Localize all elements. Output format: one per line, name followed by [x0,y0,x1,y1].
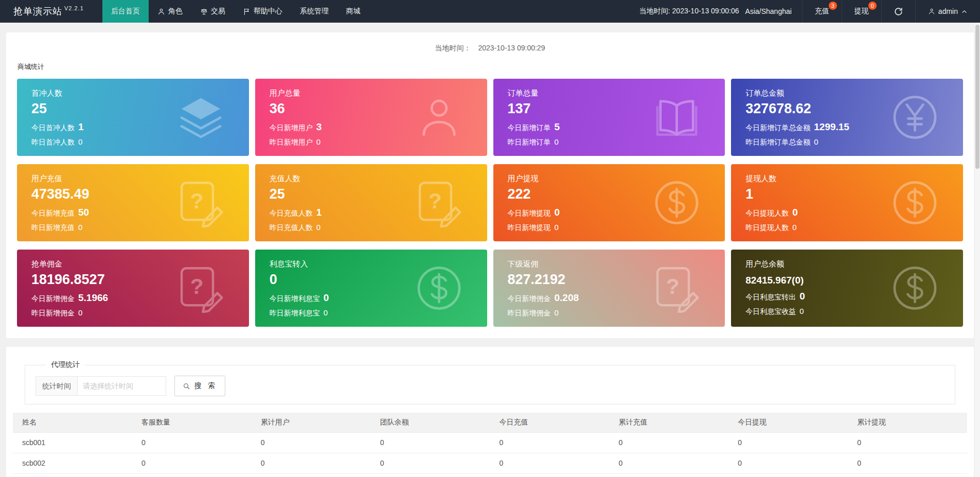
agent-stats-title: 代理统计 [46,360,85,369]
yen-icon [890,93,939,142]
dollar-icon [415,264,464,313]
card-today-value: 0 [555,207,560,218]
search-button[interactable]: 搜 索 [174,376,225,396]
stat-card-total-users: 用户总量36今日新增用户3昨日新增用户0 [255,79,487,156]
search-icon [183,382,190,390]
table-cell: 0 [848,453,967,473]
card-yesterday-value: 0 [555,223,559,232]
table-cell: 0 [252,453,371,473]
doc-icon: ? [414,178,464,227]
card-yesterday-value: 0 [78,137,82,146]
card-yesterday-label: 昨日新增订单 [508,138,551,147]
nav-item-system-management[interactable]: 系统管理 [291,0,337,23]
app-brand: 抢单演示站 V2.2.1 [0,0,91,23]
stat-time-label: 统计时间 [35,376,78,396]
card-yesterday-value: 0 [799,307,804,315]
nav-item-trade[interactable]: 交易 [191,0,234,23]
nav-right-tools: 当地时间: 2023-10-13 09:00:06 Asia/Shanghai … [629,0,980,23]
stat-card-total-orders: 订单总量137今日新增订单5昨日新增订单0 [493,79,725,156]
recharge-button[interactable]: 充值 3 [802,0,842,23]
stat-card-user-recharge: 用户充值47385.49今日新增充值50昨日新增充值0? [17,164,249,241]
card-today-value: 1 [78,121,84,133]
table-cell: 0 [848,473,967,477]
nav-item-help-center[interactable]: 帮助中心 [234,0,291,23]
card-yesterday-value: 0 [555,308,559,317]
book-icon [652,93,701,142]
svg-text:?: ? [666,274,680,298]
table-cell: 0 [609,432,728,453]
table-header-cell: 客服数量 [132,413,252,432]
card-today-label: 今日首冲人数 [31,123,75,133]
table-cell: 0 [490,453,610,473]
withdraw-label: 提现 [854,7,869,16]
stat-time-input[interactable] [78,376,166,396]
card-yesterday-value: 0 [78,308,82,317]
table-row: scb0020000000 [13,453,967,473]
stat-card-grab-commission: 抢单佣金18196.8527今日新增佣金5.1966昨日新增佣金0? [17,250,249,327]
table-cell: 0 [609,453,728,473]
table-cell: 0 [609,473,728,477]
nav-item-role[interactable]: 角色 [149,0,191,23]
table-cell: sc003 [13,473,132,477]
nav-item-mall[interactable]: 商城 [337,0,369,23]
mall-stats-title: 商城统计 [17,62,963,72]
table-cell: 0 [371,453,490,473]
app-version: V2.2.1 [64,5,84,11]
mall-stats-panel: 当地时间： 2023-10-13 09:00:29 商城统计 首冲人数25今日首… [6,32,974,338]
refresh-button[interactable] [881,0,915,23]
user-icon [928,8,935,15]
card-yesterday-value: 0 [78,223,82,232]
card-today-label: 今日提现人数 [745,209,789,218]
card-today-label: 今日新增利息宝 [270,294,320,304]
stat-card-recharge-users: 充值人数25今日充值人数1昨日充值人数0? [255,164,487,241]
card-yesterday-label: 昨日新增订单总金额 [745,138,810,147]
app-title: 抢单演示站 [13,5,62,17]
card-yesterday-value: 0 [792,223,796,232]
stats-grid: 首冲人数25今日首冲人数1昨日首冲人数0用户总量36今日新增用户3昨日新增用户0… [17,79,963,327]
svg-text:?: ? [190,189,203,213]
card-yesterday-label: 昨日新增利息宝 [270,309,320,318]
nav-item-label: 商城 [346,7,361,16]
nav-menu: 后台首页角色交易帮助中心系统管理商城 [102,0,369,23]
table-cell: 0 [848,432,967,453]
card-today-label: 今日新增佣金 [508,294,551,304]
withdraw-button[interactable]: 提现 0 [842,0,881,23]
user-menu[interactable]: admin [915,0,980,23]
table-header-cell: 姓名 [13,413,132,432]
person-icon [157,8,165,15]
card-yesterday-label: 今日利息宝收益 [745,307,796,316]
stat-card-subordinate-rebate: 下级返佣827.2192今日新增佣金0.208昨日新增佣金0? [493,250,725,327]
table-header-cell: 累计提现 [848,413,967,432]
doc-icon: ? [652,263,701,313]
local-time-value: 2023-10-13 09:00:06 [672,7,739,15]
card-yesterday-label: 昨日充值人数 [270,223,313,233]
search-button-label: 搜 索 [194,381,217,391]
local-time-label: 当地时间: [639,7,670,15]
scrollbar-thumb[interactable] [975,25,979,169]
table-row: sc0030000000 [13,473,967,477]
card-today-value: 5.1966 [78,292,108,304]
card-today-value: 0 [792,207,798,218]
navbar-local-time: 当地时间: 2023-10-13 09:00:06 Asia/Shanghai [629,0,802,23]
timezone-label: Asia/Shanghai [745,7,792,15]
card-today-label: 今日新增佣金 [31,294,75,304]
user-name: admin [938,7,958,15]
table-cell: 0 [728,473,848,477]
table-cell: 0 [371,432,490,453]
card-yesterday-label: 昨日新增提现 [508,223,551,233]
table-cell: 0 [371,473,490,477]
top-navbar: 抢单演示站 V2.2.1 后台首页角色交易帮助中心系统管理商城 当地时间: 20… [0,0,980,23]
stat-card-total-order-amount: 订单总金额327678.62今日新增订单总金额1299.15昨日新增订单总金额0 [731,79,963,156]
refresh-icon [894,7,903,16]
table-cell: scb001 [13,432,132,453]
card-today-value: 50 [78,207,89,218]
card-yesterday-label: 昨日首冲人数 [31,138,75,147]
flag-icon [243,8,251,15]
nav-item-label: 角色 [168,7,183,16]
nav-item-home[interactable]: 后台首页 [102,0,149,23]
nav-item-label: 后台首页 [111,7,140,16]
panel-time-value: 2023-10-13 09:00:29 [478,44,545,52]
dollar-icon [652,179,701,227]
card-yesterday-value: 0 [316,223,320,232]
agent-stats-panel: 代理统计 统计时间 搜 索 姓名客服数量累计用户团队余额今日充值累计充值今日提现… [6,347,974,477]
